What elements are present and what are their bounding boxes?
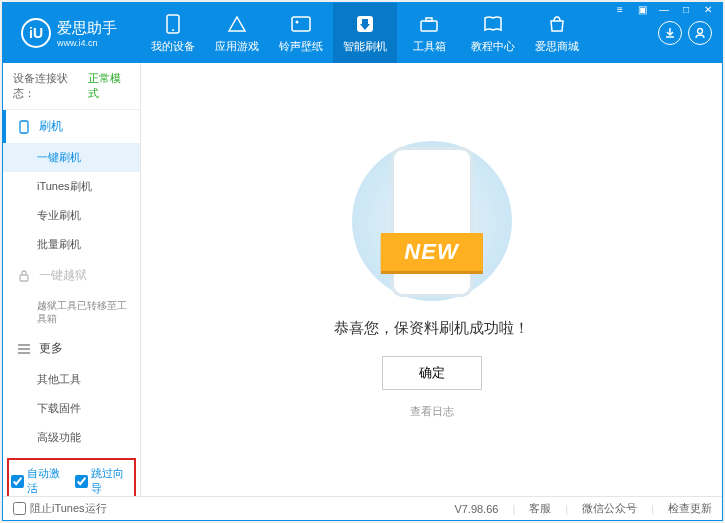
- svg-rect-5: [421, 21, 437, 31]
- phone-small-icon: [17, 120, 31, 134]
- sidebar-item-batch-flash[interactable]: 批量刷机: [3, 230, 140, 259]
- nav-ringtones[interactable]: 铃声壁纸: [269, 3, 333, 63]
- sidebar-head-flash[interactable]: 刷机: [3, 110, 140, 143]
- wallpaper-icon: [290, 13, 312, 35]
- sidebar-item-pro-flash[interactable]: 专业刷机: [3, 201, 140, 230]
- svg-rect-9: [20, 275, 28, 281]
- nav-store[interactable]: 爱思商城: [525, 3, 589, 63]
- nav-toolbox[interactable]: 工具箱: [397, 3, 461, 63]
- body: 设备连接状态： 正常模式 刷机 一键刷机 iTunes刷机 专业刷机 批量刷机: [3, 63, 722, 496]
- sidebar-head-jailbreak[interactable]: 一键越狱: [3, 259, 140, 292]
- checkbox-block-itunes[interactable]: 阻止iTunes运行: [13, 501, 107, 516]
- svg-rect-8: [20, 121, 28, 133]
- sidebar-item-advanced[interactable]: 高级功能: [3, 423, 140, 452]
- nav-label: 我的设备: [151, 39, 195, 54]
- svg-rect-2: [292, 17, 310, 31]
- footer-link-update[interactable]: 检查更新: [668, 501, 712, 516]
- sidebar-item-other-tools[interactable]: 其他工具: [3, 365, 140, 394]
- highlighted-options: 自动激活 跳过向导: [7, 458, 136, 496]
- nav-my-device[interactable]: 我的设备: [141, 3, 205, 63]
- svg-point-1: [172, 29, 174, 31]
- phone-icon: [162, 13, 184, 35]
- main-content: NEW 恭喜您，保资料刷机成功啦！ 确定 查看日志: [141, 63, 722, 496]
- sidebar-head-label: 刷机: [39, 118, 63, 135]
- success-illustration: NEW: [314, 141, 549, 301]
- toolbox-icon: [418, 13, 440, 35]
- nav-tutorials[interactable]: 教程中心: [461, 3, 525, 63]
- checkbox-input[interactable]: [11, 475, 24, 488]
- svg-point-7: [698, 29, 703, 34]
- logo-icon: iU: [21, 18, 51, 48]
- nav-apps[interactable]: 应用游戏: [205, 3, 269, 63]
- window-controls: ≡ ▣ — □ ✕: [611, 2, 717, 16]
- nav-label: 工具箱: [413, 39, 446, 54]
- checkbox-label: 自动激活: [27, 466, 69, 496]
- sidebar-item-oneclick-flash[interactable]: 一键刷机: [3, 143, 140, 172]
- success-message: 恭喜您，保资料刷机成功啦！: [334, 319, 529, 338]
- nav-label: 应用游戏: [215, 39, 259, 54]
- apps-icon: [226, 13, 248, 35]
- checkbox-input[interactable]: [75, 475, 88, 488]
- flash-icon: [354, 13, 376, 35]
- maximize-icon[interactable]: □: [677, 2, 695, 16]
- sidebar-item-itunes-flash[interactable]: iTunes刷机: [3, 172, 140, 201]
- status-label: 设备连接状态：: [13, 71, 86, 101]
- top-nav: 我的设备 应用游戏 铃声壁纸 智能刷机 工具箱 教程中心: [141, 3, 658, 63]
- nav-label: 铃声壁纸: [279, 39, 323, 54]
- sidebar-head-more[interactable]: 更多: [3, 332, 140, 365]
- view-log-link[interactable]: 查看日志: [410, 404, 454, 419]
- footer: 阻止iTunes运行 V7.98.66 | 客服 | 微信公众号 | 检查更新: [3, 496, 722, 520]
- checkbox-skip-guide[interactable]: 跳过向导: [75, 466, 133, 496]
- lock-icon: [17, 269, 31, 283]
- sidebar-head-label: 一键越狱: [39, 267, 87, 284]
- ok-button[interactable]: 确定: [382, 356, 482, 390]
- skin-icon[interactable]: ▣: [633, 2, 651, 16]
- app-window: ≡ ▣ — □ ✕ iU 爱思助手 www.i4.cn 我的设备 应用游戏 铃声: [2, 2, 723, 521]
- svg-point-3: [296, 20, 299, 23]
- checkbox-auto-activate[interactable]: 自动激活: [11, 466, 69, 496]
- store-icon: [546, 13, 568, 35]
- app-title: 爱思助手: [57, 19, 117, 38]
- sidebar-item-download-firmware[interactable]: 下载固件: [3, 394, 140, 423]
- version-label: V7.98.66: [454, 503, 498, 515]
- user-button[interactable]: [688, 21, 712, 45]
- nav-label: 教程中心: [471, 39, 515, 54]
- titlebar-actions: [658, 21, 722, 45]
- checkbox-label: 跳过向导: [91, 466, 133, 496]
- nav-label: 爱思商城: [535, 39, 579, 54]
- book-icon: [482, 13, 504, 35]
- nav-smart-flash[interactable]: 智能刷机: [333, 3, 397, 63]
- svg-rect-6: [426, 18, 432, 21]
- sidebar-head-label: 更多: [39, 340, 63, 357]
- nav-label: 智能刷机: [343, 39, 387, 54]
- device-status: 设备连接状态： 正常模式: [3, 63, 140, 110]
- app-url: www.i4.cn: [57, 38, 117, 48]
- close-icon[interactable]: ✕: [699, 2, 717, 16]
- status-value: 正常模式: [88, 71, 130, 101]
- minimize-icon[interactable]: —: [655, 2, 673, 16]
- sidebar-jailbreak-hint: 越狱工具已转移至工具箱: [3, 292, 140, 332]
- checkbox-label: 阻止iTunes运行: [30, 501, 107, 516]
- footer-link-wechat[interactable]: 微信公众号: [582, 501, 637, 516]
- download-button[interactable]: [658, 21, 682, 45]
- new-ribbon: NEW: [380, 233, 482, 271]
- menu-icon[interactable]: ≡: [611, 2, 629, 16]
- more-icon: [17, 342, 31, 356]
- logo[interactable]: iU 爱思助手 www.i4.cn: [3, 18, 141, 48]
- sidebar: 设备连接状态： 正常模式 刷机 一键刷机 iTunes刷机 专业刷机 批量刷机: [3, 63, 141, 496]
- footer-link-support[interactable]: 客服: [529, 501, 551, 516]
- checkbox-input[interactable]: [13, 502, 26, 515]
